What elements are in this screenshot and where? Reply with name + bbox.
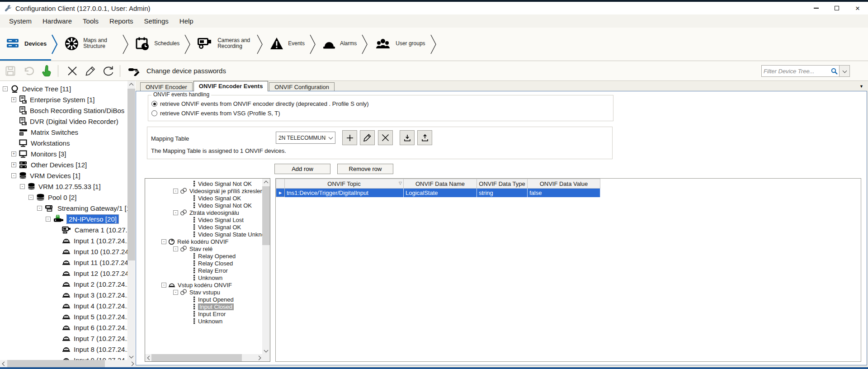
device-tree-item-input-7-10-27-24-15[interactable]: -Input 7 (10.27.24.15) <box>0 333 127 344</box>
device-tree-item-input-5-10-27-24-15[interactable]: -Input 5 (10.27.24.15) <box>0 311 127 322</box>
undo-button[interactable] <box>21 63 36 79</box>
event-tree-item-unknown[interactable]: Unknown <box>145 317 263 325</box>
collapse-icon[interactable]: - <box>28 195 33 200</box>
menu-item-settings[interactable]: Settings <box>139 17 174 25</box>
nav-tab-schedules[interactable]: Schedules <box>129 28 184 61</box>
tab-onvif-encoder-events[interactable]: ONVIF Encoder Events <box>193 81 269 91</box>
device-tree-item-input-4-10-27-24-15[interactable]: -Input 4 (10.27.24.15) <box>0 300 127 311</box>
event-tree-item-video-signal-ok[interactable]: Video Signal OK <box>145 223 263 231</box>
scroll-right-arrow-icon[interactable] <box>255 354 263 361</box>
event-tree-item-input-closed[interactable]: Input Closed <box>145 303 263 310</box>
device-tree-item-input-10-10-27-24-15[interactable]: -Input 10 (10.27.24.15) <box>0 246 127 257</box>
mapping-delete-button[interactable] <box>378 130 393 145</box>
collapse-icon[interactable]: - <box>11 173 16 178</box>
radio-option-retrieve-onvif-events-from-vsg-profile-s[interactable]: retrieve ONVIF events from VSG (Profile … <box>151 109 369 118</box>
event-tree-vertical-scrollbar[interactable] <box>262 179 270 354</box>
grid-column-header-onvif-data-value[interactable]: ONVIF Data Value <box>528 179 600 189</box>
collapse-icon[interactable]: - <box>46 217 51 222</box>
scroll-up-arrow-icon[interactable] <box>262 179 270 186</box>
device-tree-item-monitors-3[interactable]: +Monitors [3] <box>0 148 127 159</box>
device-tree-vertical-scrollbar[interactable] <box>127 81 135 360</box>
expand-icon[interactable]: + <box>11 151 16 156</box>
device-tree-item-matrix-switches[interactable]: -Matrix Switches <box>0 127 127 137</box>
scroll-left-arrow-icon[interactable] <box>0 360 7 367</box>
grid-cell-onvif-data-type[interactable]: string <box>477 189 528 197</box>
grid-column-header-onvif-topic[interactable]: ONVIF Topic▽ <box>285 179 404 189</box>
device-tree-item-input-1-10-27-24-15[interactable]: -Input 1 (10.27.24.15) <box>0 235 127 246</box>
collapse-icon[interactable]: - <box>161 239 166 244</box>
grid-cell-onvif-data-value[interactable]: false <box>528 189 600 197</box>
radio-button-icon[interactable] <box>151 101 157 107</box>
collapse-icon[interactable]: - <box>173 189 178 194</box>
device-tree-item-2n-ipverso-20[interactable]: -2N-IPVerso [20] <box>0 213 127 224</box>
device-tree-item-streaming-gateway-1-1[interactable]: -Streaming Gateway/1 [1] <box>0 203 127 213</box>
menu-item-help[interactable]: Help <box>174 17 199 25</box>
device-tree-item-input-2-10-27-24-15[interactable]: -Input 2 (10.27.24.15) <box>0 279 127 289</box>
event-tree-item-ztr-ta-videosign-lu[interactable]: -Ztráta videosignálu <box>145 209 263 216</box>
device-tree-horizontal-scrollbar[interactable] <box>0 360 136 367</box>
menu-item-tools[interactable]: Tools <box>77 17 104 25</box>
event-tree-horizontal-scrollbar[interactable] <box>145 354 270 361</box>
menu-item-reports[interactable]: Reports <box>104 17 139 25</box>
event-tree-item-video-signal-not-ok[interactable]: Video Signal Not OK <box>145 202 263 209</box>
device-tree-item-enterprise-system-1[interactable]: +Enterprise System [1] <box>0 94 127 105</box>
search-icon[interactable] <box>829 68 839 75</box>
nav-tab-user-groups[interactable]: User groups <box>368 28 429 61</box>
device-tree-item-input-3-10-27-24-15[interactable]: -Input 3 (10.27.24.15) <box>0 289 127 300</box>
mapping-table-select[interactable]: 2N TELECOMMUNIC. <box>276 132 335 144</box>
device-tree-item-other-devices-12[interactable]: +Other Devices [12] <box>0 159 127 170</box>
event-tree-item-vstup-kod-ru-onvif[interactable]: -Vstup kodéru ONVIF <box>145 281 263 289</box>
save-button[interactable] <box>3 63 18 79</box>
device-tree-item-pool-0-2[interactable]: -Pool 0 [2] <box>0 192 127 203</box>
event-tree-item-video-signal-not-ok[interactable]: Video Signal Not OK <box>145 180 263 187</box>
delete-button[interactable] <box>65 63 80 79</box>
device-tree-item-input-8-10-27-24-15[interactable]: -Input 8 (10.27.24.15) <box>0 344 127 355</box>
collapse-icon[interactable]: - <box>161 283 166 288</box>
scrollbar-thumb[interactable] <box>151 354 242 361</box>
collapse-icon[interactable]: - <box>173 246 178 251</box>
collapse-icon[interactable]: - <box>173 210 178 215</box>
nav-tab-cameras-and-recording[interactable]: Cameras and Recording <box>191 28 256 61</box>
event-tree-item-input-opened[interactable]: Input Opened <box>145 296 263 303</box>
remove-row-button[interactable]: Remove row <box>337 164 393 174</box>
device-tree-item-vrm-10-27-55-33-1[interactable]: -VRM 10.27.55.33 [1] <box>0 181 127 192</box>
event-tree-item-video-signal-ok[interactable]: Video Signal OK <box>145 194 263 202</box>
event-tree-item-rel-kod-ru-onvif[interactable]: -Relé kodéru ONVIF <box>145 238 263 245</box>
scroll-right-arrow-icon[interactable] <box>128 360 136 367</box>
grid-cell-onvif-topic[interactable]: tns1:Device/Trigger/DigitalInput <box>285 189 404 197</box>
tab-onvif-encoder[interactable]: ONVIF Encoder <box>140 82 193 92</box>
event-tree-item-videosign-l-je-p-li-zkreslen[interactable]: -Videosignál je příliš zkreslený <box>145 187 263 194</box>
event-tree-item-relay-closed[interactable]: Relay Closed <box>145 260 263 267</box>
device-tree-item-device-tree-11[interactable]: -Device Tree [11] <box>0 83 127 94</box>
device-tree-item-workstations[interactable]: -Workstations <box>0 137 127 148</box>
refresh-button[interactable] <box>101 63 116 79</box>
device-tree-item-vrm-devices-1[interactable]: -VRM Devices [1] <box>0 170 127 181</box>
grid-column-header-onvif-data-name[interactable]: ONVIF Data Name <box>404 179 477 189</box>
scroll-down-arrow-icon[interactable] <box>262 347 270 354</box>
collapse-icon[interactable]: - <box>37 206 42 211</box>
grid-column-header-onvif-data-type[interactable]: ONVIF Data Type <box>477 179 528 189</box>
scrollbar-thumb[interactable] <box>127 89 135 260</box>
filter-device-tree-input[interactable] <box>762 66 829 76</box>
activate-button[interactable] <box>39 63 54 79</box>
device-tree-item-camera-1-10-27-24-15[interactable]: -Camera 1 (10.27.24.15 <box>0 224 127 235</box>
expand-icon[interactable]: + <box>11 97 16 102</box>
maximize-button[interactable] <box>826 2 847 14</box>
collapse-icon[interactable]: - <box>20 184 25 189</box>
nav-tab-devices[interactable]: Devices <box>0 28 51 61</box>
collapse-icon[interactable]: - <box>173 290 178 295</box>
device-tree-item-dvr-digital-video-recorder[interactable]: -DVR (Digital Video Recorder) <box>0 116 127 127</box>
device-tree-item-input-6-10-27-24-15[interactable]: -Input 6 (10.27.24.15) <box>0 322 127 333</box>
scroll-up-arrow-icon[interactable] <box>127 81 135 88</box>
grid-data-row[interactable]: ▶tns1:Device/Trigger/DigitalInputLogical… <box>276 189 600 197</box>
event-tree-item-video-signal-lost[interactable]: Video Signal Lost <box>145 216 263 223</box>
event-tree-item-video-signal-state-unknow[interactable]: Video Signal State Unknow <box>145 231 263 238</box>
change-passwords-button[interactable] <box>127 63 142 79</box>
menu-item-hardware[interactable]: Hardware <box>37 17 77 25</box>
mapping-export-button[interactable] <box>417 130 432 145</box>
close-button[interactable]: × <box>847 2 868 14</box>
scroll-down-arrow-icon[interactable] <box>127 353 135 360</box>
event-tree-item-stav-rel[interactable]: -Stav relé <box>145 245 263 252</box>
device-tree-item-input-12-10-27-24-15[interactable]: -Input 12 (10.27.24.15) <box>0 268 127 279</box>
edit-button[interactable] <box>83 63 98 79</box>
